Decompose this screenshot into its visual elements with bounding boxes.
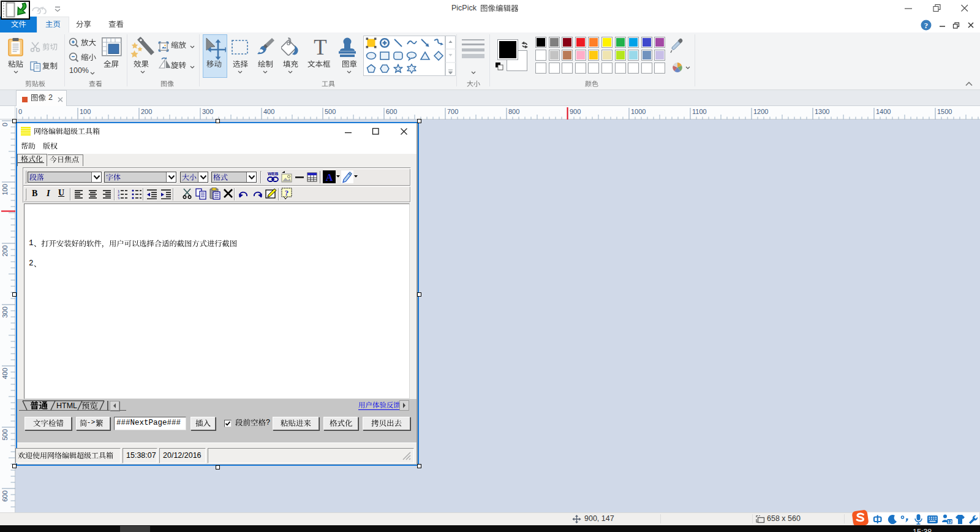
- svg-text:12: 12: [948, 520, 952, 524]
- svg-text:100: 100: [1, 184, 9, 195]
- svg-text:WEB: WEB: [268, 171, 279, 177]
- svg-text:500: 500: [1, 429, 9, 440]
- svg-text:?: ?: [924, 21, 929, 30]
- svg-text:200: 200: [1, 245, 9, 256]
- svg-text:T: T: [314, 36, 326, 59]
- svg-text:400: 400: [1, 368, 9, 379]
- svg-text:3: 3: [118, 197, 120, 199]
- svg-text:300: 300: [1, 306, 9, 317]
- svg-text:0: 0: [1, 123, 9, 126]
- svg-text:600: 600: [1, 490, 9, 501]
- svg-text:?: ?: [285, 188, 289, 197]
- svg-text:A: A: [326, 172, 333, 183]
